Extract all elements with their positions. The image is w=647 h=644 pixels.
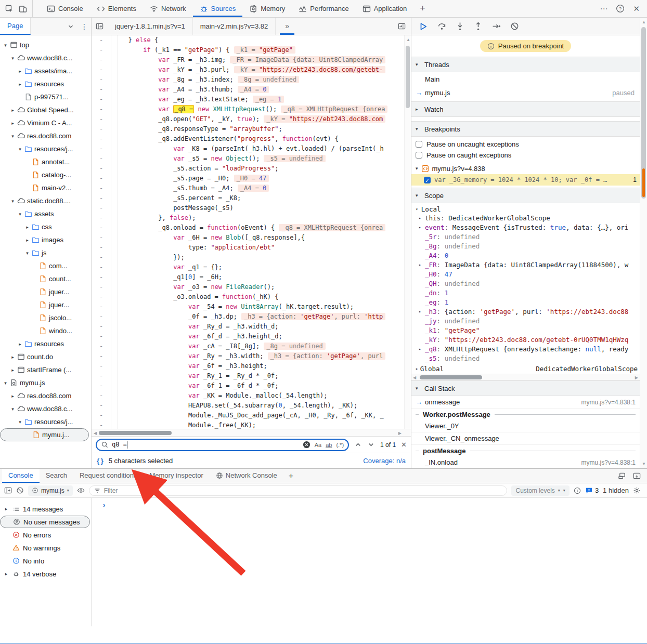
clear-console-icon[interactable] bbox=[16, 487, 24, 494]
tree-arrow-icon[interactable]: ▾ bbox=[17, 147, 23, 152]
tree-arrow-icon[interactable]: ▾ bbox=[9, 56, 16, 61]
threads-section-header[interactable]: ▾Threads bbox=[411, 57, 640, 72]
line-gutter[interactable]: - bbox=[92, 420, 111, 429]
tree-arrow-icon[interactable]: ▸ bbox=[24, 238, 31, 243]
code-line[interactable]: - if (_k1 == "getPage") {_k1 = "getPage" bbox=[92, 45, 411, 55]
panel-tab-elements[interactable]: Elements bbox=[90, 0, 143, 17]
tree-arrow-icon[interactable]: ▸ bbox=[17, 69, 23, 74]
expand-arrow-icon[interactable]: ▸ bbox=[419, 260, 425, 270]
editor-vertical-scrollbar[interactable]: ▲ bbox=[404, 35, 411, 429]
line-gutter[interactable]: - bbox=[92, 351, 111, 361]
thread-worker[interactable]: → mymu.js paused bbox=[411, 86, 640, 99]
line-gutter[interactable]: - bbox=[92, 322, 111, 332]
search-next-icon[interactable] bbox=[367, 441, 375, 449]
line-gutter[interactable]: - bbox=[92, 144, 111, 154]
scope-section-header[interactable]: ▾Scope bbox=[411, 188, 640, 203]
scope-entry--eg[interactable]: _eg: 1 bbox=[411, 298, 640, 307]
console-filter-14-verbose[interactable]: ▸14 verbose bbox=[0, 568, 91, 580]
execution-context-selector[interactable]: mymu.js ▾ bbox=[28, 485, 73, 496]
panel-tab-network[interactable]: Network bbox=[143, 0, 193, 17]
line-gutter[interactable]: - bbox=[92, 134, 111, 144]
line-gutter[interactable]: - bbox=[92, 164, 111, 174]
callstack-section-header[interactable]: ▾Call Stack bbox=[411, 380, 640, 396]
line-gutter[interactable]: - bbox=[92, 203, 111, 213]
tree-arrow-icon[interactable]: ▾ bbox=[9, 406, 16, 412]
line-gutter[interactable]: - bbox=[92, 213, 111, 223]
tree-item-mymu-js[interactable]: ▾mymu.js bbox=[0, 376, 91, 389]
tree-item-global-speed-[interactable]: ▸Global Speed... bbox=[0, 103, 91, 116]
code-editor[interactable]: - } else {- if (_k1 == "getPage") {_k1 =… bbox=[92, 35, 411, 429]
tree-item-p-997571-[interactable]: p-997571... bbox=[0, 90, 91, 103]
editor-tab-jquery[interactable]: jquery-1.8.1.min.js?v=1 bbox=[108, 18, 193, 35]
code-line[interactable]: - type: "application/ebt" bbox=[92, 243, 411, 253]
console-filter-no-info[interactable]: No info bbox=[0, 555, 91, 567]
whole-word-toggle[interactable]: ab bbox=[326, 442, 332, 448]
step-into-icon[interactable] bbox=[456, 22, 464, 31]
line-gutter[interactable]: - bbox=[92, 114, 111, 124]
console-filter-input[interactable]: Filter bbox=[89, 485, 508, 496]
tree-item-vimium-c-a-[interactable]: ▸Vimium C - A... bbox=[0, 116, 91, 129]
code-line[interactable]: - var _8g = _h3.index;_8g = undefined bbox=[92, 75, 411, 85]
drawer-tab-memory-inspector[interactable]: Memory inspector bbox=[143, 469, 209, 483]
hidden-messages-label[interactable]: 1 hidden bbox=[603, 487, 629, 494]
line-gutter[interactable]: - bbox=[92, 253, 111, 262]
pause-caught-checkbox-row[interactable]: Pause on caught exceptions bbox=[411, 150, 640, 161]
line-gutter[interactable]: - bbox=[92, 272, 111, 282]
line-gutter[interactable]: - bbox=[92, 35, 111, 45]
line-gutter[interactable]: - bbox=[92, 154, 111, 164]
scope-horizontal-scrollbar[interactable]: ◀ ▶ bbox=[411, 374, 640, 380]
panel-tab-application[interactable]: Application bbox=[356, 0, 414, 17]
show-debugger-icon[interactable] bbox=[398, 22, 406, 30]
expand-arrow-icon[interactable]: ▸ bbox=[419, 345, 425, 354]
coverage-link[interactable]: Coverage: n/a bbox=[363, 457, 406, 465]
line-gutter[interactable]: - bbox=[92, 183, 111, 193]
code-line[interactable]: - _o3.onload = function(_hK) { bbox=[92, 292, 411, 302]
drawer-tab-network-console[interactable]: Network Console bbox=[210, 469, 283, 483]
breakpoint-entry-row[interactable]: ✓ var _3G_memory = 1024 * 1024 * 10; var… bbox=[411, 174, 640, 186]
tree-arrow-icon[interactable]: ▸ bbox=[9, 393, 16, 399]
more-options-icon[interactable]: ⋯ bbox=[600, 4, 607, 14]
tree-item-resources[interactable]: ▸resources bbox=[0, 77, 91, 90]
code-line[interactable]: - var _Ry = _h3.width;_h3 = {action: 'ge… bbox=[92, 351, 411, 361]
expand-arrow-icon[interactable]: ▸ bbox=[419, 307, 425, 317]
close-search-icon[interactable]: ✕ bbox=[401, 441, 407, 449]
scope-entry--dn[interactable]: _dn: 1 bbox=[411, 288, 640, 298]
checkbox-checked[interactable]: ✓ bbox=[424, 177, 431, 183]
tree-arrow-icon[interactable]: ▸ bbox=[17, 341, 23, 347]
step-out-icon[interactable] bbox=[474, 22, 483, 31]
scope-entry--s5[interactable]: _s5: undefined bbox=[411, 354, 640, 363]
code-line[interactable]: - var _Ry_d = _h3.width_d; bbox=[92, 322, 411, 332]
line-gutter[interactable]: - bbox=[92, 223, 111, 233]
line-gutter[interactable]: - bbox=[92, 312, 111, 322]
editor-tab-mainv2[interactable]: main-v2.min.js?v=3.82 bbox=[193, 18, 276, 35]
line-gutter[interactable]: - bbox=[92, 45, 111, 55]
code-line[interactable]: - var _K8 = (parseInt(_h3.hl) + evt.load… bbox=[92, 144, 411, 154]
pause-uncaught-checkbox-row[interactable]: Pause on uncaught exceptions bbox=[411, 139, 640, 150]
code-line[interactable]: - var _6H = new Blob([_q8.response],{ bbox=[92, 233, 411, 243]
line-gutter[interactable]: - bbox=[92, 104, 111, 114]
tree-item-resources-j-[interactable]: ▾resources/j... bbox=[0, 142, 91, 155]
tree-item-count-[interactable]: count... bbox=[0, 272, 91, 285]
line-gutter[interactable]: - bbox=[92, 262, 111, 272]
panel-tab-console[interactable]: Console bbox=[40, 0, 90, 17]
breakpoints-section-header[interactable]: ▾Breakpoints bbox=[411, 121, 640, 137]
code-line[interactable]: - var _54 = new Uint8Array(_hK.target.re… bbox=[92, 302, 411, 312]
code-line[interactable]: - } else { bbox=[92, 35, 411, 45]
tree-item-images[interactable]: ▸images bbox=[0, 233, 91, 246]
checkbox-unchecked[interactable] bbox=[416, 141, 422, 148]
tree-item-windo-[interactable]: windo... bbox=[0, 324, 91, 337]
tab-overflow-chevron[interactable]: » bbox=[276, 18, 299, 35]
line-gutter[interactable]: - bbox=[92, 124, 111, 134]
console-sidebar-toggle-icon[interactable] bbox=[4, 487, 12, 494]
code-line[interactable]: - var _eg = _h3.textState;_eg = 1 bbox=[92, 95, 411, 104]
line-gutter[interactable]: - bbox=[92, 361, 111, 371]
console-settings-gear-icon[interactable] bbox=[633, 487, 641, 494]
search-input[interactable]: q8 = Aa ab (.*) bbox=[96, 439, 349, 451]
thread-main[interactable]: Main bbox=[411, 72, 640, 86]
code-line[interactable]: - var _q1 = {}; bbox=[92, 262, 411, 272]
drawer-tab-console[interactable]: Console bbox=[2, 469, 40, 483]
tree-item-jquer-[interactable]: jquer... bbox=[0, 285, 91, 298]
new-panel-tab-button[interactable]: + bbox=[413, 0, 432, 17]
code-line[interactable]: - _s5.thumb = _A4;_A4 = 0 bbox=[92, 183, 411, 193]
code-line[interactable]: - var _q8 = new XMLHttpRequest();_q8 = X… bbox=[92, 104, 411, 114]
